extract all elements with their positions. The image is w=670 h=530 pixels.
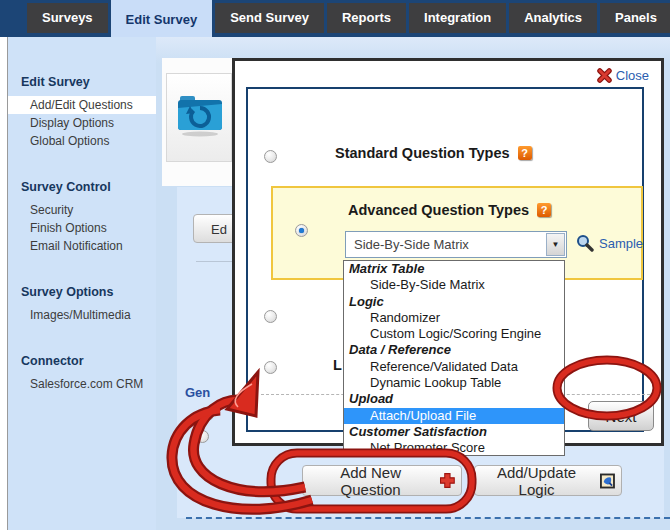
dropdown-item-custom-logic-scoring-engine[interactable]: Custom Logic/Scoring Engine [344, 326, 564, 342]
chevron-down-icon[interactable]: ▼ [546, 233, 565, 256]
background-radio-selected[interactable] [201, 408, 214, 421]
close-label: Close [616, 68, 649, 83]
folder-refresh-icon [176, 94, 226, 138]
standard-types-radio[interactable] [264, 150, 277, 163]
tab-integration[interactable]: Integration [409, 3, 506, 33]
sidebar-section-connector: Connector [8, 352, 156, 371]
magnifier-icon [576, 234, 594, 252]
question-option-radio[interactable] [264, 310, 277, 323]
advanced-types-radio[interactable] [295, 224, 308, 237]
plus-icon [440, 473, 455, 488]
dropdown-item-matrix-table[interactable]: Matrix Table [344, 261, 564, 277]
tab-send-survey[interactable]: Send Survey [215, 3, 324, 33]
tab-analytics[interactable]: Analytics [509, 3, 597, 33]
sidebar-item-email-notification[interactable]: Email Notification [8, 237, 156, 255]
dropdown-item-logic[interactable]: Logic [344, 294, 564, 310]
question-library-panel [166, 73, 232, 162]
dropdown-item-randomizer[interactable]: Randomizer [344, 310, 564, 326]
add-new-question-label: Add New Question [309, 464, 432, 498]
sidebar-item-images-multimedia[interactable]: Images/Multimedia [8, 306, 156, 324]
question-option-label: L [333, 357, 342, 373]
standard-types-label: Standard Question Types ? [335, 145, 532, 161]
dropdown-item-dynamic-lookup-table[interactable]: Dynamic Lookup Table [344, 375, 564, 391]
general-section-heading: Gen [185, 385, 210, 400]
section-divider [186, 517, 670, 519]
add-update-logic-label: Add/Update Logic [481, 464, 592, 498]
sidebar-item-salesforce-com-crm[interactable]: Salesforce.com CRM [8, 375, 156, 393]
logic-book-icon [600, 473, 615, 489]
close-button[interactable]: Close [597, 68, 649, 83]
sidebar-section-survey-options: Survey Options [8, 283, 156, 302]
tab-reports[interactable]: Reports [327, 3, 406, 33]
sidebar-item-add-edit-questions[interactable]: Add/Edit Questions [8, 96, 156, 114]
close-x-icon [597, 68, 612, 83]
dropdown-item-side-by-side-matrix[interactable]: Side-By-Side Matrix [344, 277, 564, 293]
background-radio[interactable] [196, 430, 209, 443]
dropdown-item-attach-upload-file[interactable]: Attach/Upload File [344, 408, 564, 424]
select-value: Side-By-Side Matrix [346, 237, 546, 252]
app-window: SurveysEdit SurveySend SurveyReportsInte… [0, 0, 670, 530]
tab-panels[interactable]: Panels [600, 3, 670, 33]
question-type-select[interactable]: Side-By-Side Matrix ▼ [345, 231, 567, 258]
dropdown-item-net-promoter-score[interactable]: Net Promoter Score [344, 440, 564, 456]
sidebar-section-survey-control: Survey Control [8, 178, 156, 197]
next-button[interactable]: Next [588, 401, 654, 431]
help-icon[interactable]: ? [518, 146, 532, 160]
tab-surveys[interactable]: Surveys [27, 3, 108, 33]
sidebar-item-security[interactable]: Security [8, 201, 156, 219]
question-type-chooser: Standard Question Types ? Advanced Quest… [246, 87, 644, 432]
advanced-types-label: Advanced Question Types ? [348, 202, 551, 218]
sample-link[interactable]: Sample [576, 234, 643, 252]
question-type-dropdown-list: Matrix TableSide-By-Side MatrixLogicRand… [343, 260, 565, 456]
top-navigation: SurveysEdit SurveySend SurveyReportsInte… [0, 0, 670, 37]
sidebar-item-finish-options[interactable]: Finish Options [8, 219, 156, 237]
add-new-question-button[interactable]: Add New Question [302, 465, 462, 496]
sample-label: Sample [599, 236, 643, 251]
sidebar-item-global-options[interactable]: Global Options [8, 132, 156, 150]
dropdown-item-reference-validated-data[interactable]: Reference/Validated Data [344, 359, 564, 375]
question-option-radio[interactable] [264, 361, 277, 374]
dropdown-item-upload[interactable]: Upload [344, 391, 564, 407]
help-icon[interactable]: ? [537, 203, 551, 217]
divider [196, 261, 232, 262]
add-update-logic-button[interactable]: Add/Update Logic [474, 465, 622, 496]
sidebar: Edit SurveyAdd/Edit QuestionsDisplay Opt… [8, 37, 156, 530]
dropdown-item-data-reference[interactable]: Data / Reference [344, 342, 564, 358]
dropdown-item-customer-satisfaction[interactable]: Customer Satisfaction [344, 424, 564, 440]
add-question-dialog: Close Standard Question Types ? Advanced… [232, 58, 664, 446]
sidebar-item-display-options[interactable]: Display Options [8, 114, 156, 132]
tab-edit-survey[interactable]: Edit Survey [111, 0, 213, 37]
sidebar-section-edit-survey: Edit Survey [8, 73, 156, 92]
